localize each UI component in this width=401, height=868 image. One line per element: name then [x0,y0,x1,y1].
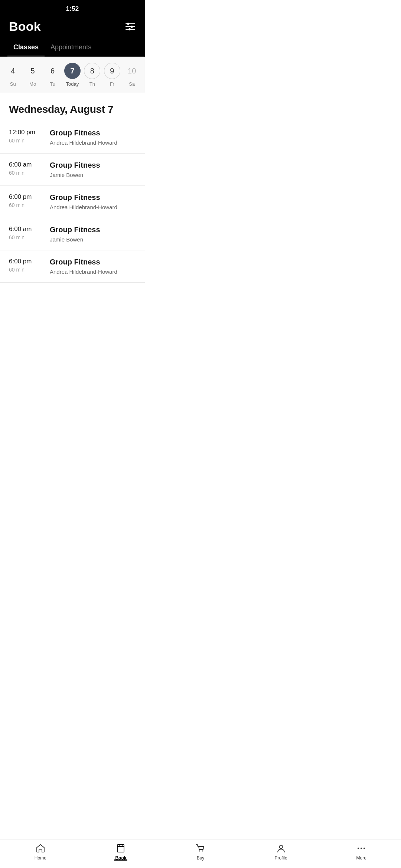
calendar-day-5[interactable]: 5 Mo [25,63,41,87]
day-number-8: 8 [84,63,100,79]
class-name: Group Fitness [50,161,136,170]
filter-icon-line1 [125,23,135,24]
class-time-1: 12:00 pm 60 min [9,129,50,144]
day-number-5: 5 [25,63,41,79]
calendar-day-6[interactable]: 6 Tu [45,63,61,87]
class-list: 12:00 pm 60 min Group Fitness Andrea Hil… [0,121,145,283]
class-instructor: Andrea Hildebrand-Howard [50,204,136,210]
page-title: Book [9,19,41,34]
day-label-10: Sa [129,81,135,87]
table-row[interactable]: 6:00 am 60 min Group Fitness Jamie Bowen [0,218,145,250]
duration-value: 60 min [9,202,50,208]
class-name: Group Fitness [50,129,136,137]
filter-icon-line2 [125,26,135,27]
class-instructor: Andrea Hildebrand-Howard [50,269,136,275]
status-time: 1:52 [66,5,79,12]
filter-icon-line3 [125,29,135,30]
time-value: 6:00 pm [9,193,50,201]
day-label-5: Mo [29,81,36,87]
day-label-9: Fr [110,81,114,87]
class-info-3: Group Fitness Andrea Hildebrand-Howard [50,193,136,210]
day-label-7: Today [66,81,79,87]
time-value: 6:00 pm [9,258,50,265]
duration-value: 60 min [9,234,50,240]
class-info-4: Group Fitness Jamie Bowen [50,226,136,243]
day-label-8: Th [89,81,95,87]
calendar-day-10[interactable]: 10 Sa [124,63,140,87]
time-value: 12:00 pm [9,129,50,136]
table-row[interactable]: 6:00 pm 60 min Group Fitness Andrea Hild… [0,186,145,218]
class-info-2: Group Fitness Jamie Bowen [50,161,136,178]
class-time-3: 6:00 pm 60 min [9,193,50,208]
day-number-9: 9 [104,63,120,79]
day-number-7: 7 [64,63,81,79]
time-value: 6:00 am [9,161,50,168]
tab-classes[interactable]: Classes [7,40,45,56]
tab-bar: Classes Appointments [0,40,145,57]
day-label-4: Su [10,81,16,87]
calendar-row: 4 Su 5 Mo 6 Tu 7 Today 8 Th 9 Fr 10 Sa [0,57,145,93]
class-info-5: Group Fitness Andrea Hildebrand-Howard [50,258,136,275]
class-instructor: Jamie Bowen [50,172,136,178]
day-number-10: 10 [124,63,140,79]
class-time-5: 6:00 pm 60 min [9,258,50,273]
class-instructor: Jamie Bowen [50,236,136,243]
table-row[interactable]: 6:00 pm 60 min Group Fitness Andrea Hild… [0,250,145,283]
table-row[interactable]: 6:00 am 60 min Group Fitness Jamie Bowen [0,154,145,186]
day-number-4: 4 [5,63,21,79]
calendar-day-9[interactable]: 9 Fr [104,63,120,87]
duration-value: 60 min [9,170,50,176]
filter-button[interactable] [125,22,136,32]
class-time-2: 6:00 am 60 min [9,161,50,176]
class-info-1: Group Fitness Andrea Hildebrand-Howard [50,129,136,146]
class-instructor: Andrea Hildebrand-Howard [50,139,136,146]
header: Book [0,15,145,40]
table-row[interactable]: 12:00 pm 60 min Group Fitness Andrea Hil… [0,121,145,154]
time-value: 6:00 am [9,226,50,233]
duration-value: 60 min [9,267,50,273]
calendar-day-4[interactable]: 4 Su [5,63,21,87]
class-name: Group Fitness [50,193,136,202]
class-name: Group Fitness [50,226,136,234]
day-number-6: 6 [45,63,61,79]
class-name: Group Fitness [50,258,136,266]
class-time-4: 6:00 am 60 min [9,226,50,240]
tab-appointments[interactable]: Appointments [45,40,97,56]
calendar-day-7[interactable]: 7 Today [64,63,81,87]
date-heading: Wednesday, August 7 [0,93,145,121]
status-bar: 1:52 [0,0,145,15]
calendar-day-8[interactable]: 8 Th [84,63,100,87]
duration-value: 60 min [9,138,50,144]
day-label-6: Tu [50,81,55,87]
